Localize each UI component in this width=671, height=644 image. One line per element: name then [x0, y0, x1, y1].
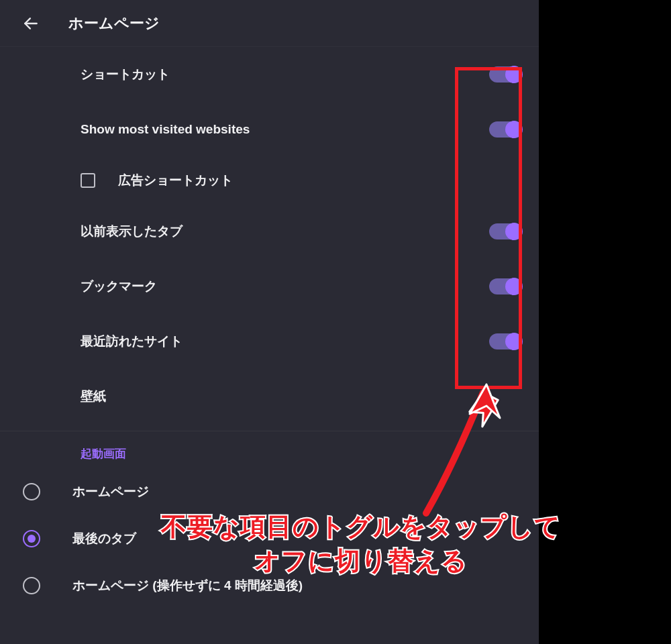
startup-option-last-tab[interactable]: 最後のタブ — [0, 515, 539, 562]
most-visited-toggle[interactable] — [489, 121, 521, 138]
settings-list: ショートカット Show most visited websites 広告ショー… — [0, 47, 539, 609]
bookmarks-toggle[interactable] — [489, 278, 521, 294]
homepage-4h-radio-label: ホームページ (操作せずに 4 時間経過後) — [72, 577, 303, 594]
recent-sites-row[interactable]: 最近訪れたサイト — [0, 314, 539, 369]
wallpaper-row[interactable]: 壁紙 — [0, 369, 539, 424]
shortcuts-toggle[interactable] — [489, 66, 521, 83]
previous-tabs-toggle[interactable] — [489, 223, 521, 239]
back-arrow-icon[interactable] — [21, 14, 40, 33]
previous-tabs-label: 以前表示したタブ — [81, 223, 183, 240]
ad-shortcut-row[interactable]: 広告ショートカット — [0, 157, 539, 204]
shortcuts-label: ショートカット — [81, 66, 170, 83]
startup-option-homepage[interactable]: ホームページ — [0, 468, 539, 515]
startup-option-homepage-4h[interactable]: ホームページ (操作せずに 4 時間経過後) — [0, 562, 539, 609]
ad-shortcut-label: 広告ショートカット — [118, 172, 233, 189]
startup-section-header: 起動画面 — [0, 431, 539, 468]
bookmarks-label: ブックマーク — [81, 278, 157, 295]
previous-tabs-row[interactable]: 以前表示したタブ — [0, 204, 539, 259]
last-tab-radio[interactable] — [23, 530, 40, 547]
settings-panel: ホームページ ショートカット Show most visited website… — [0, 0, 539, 644]
homepage-radio[interactable] — [23, 483, 40, 500]
recent-sites-label: 最近訪れたサイト — [81, 333, 183, 350]
ad-shortcut-checkbox[interactable] — [81, 173, 95, 188]
wallpaper-label: 壁紙 — [81, 388, 106, 405]
bookmarks-row[interactable]: ブックマーク — [0, 259, 539, 314]
most-visited-row[interactable]: Show most visited websites — [0, 102, 539, 157]
homepage-4h-radio[interactable] — [23, 577, 40, 594]
most-visited-label: Show most visited websites — [81, 122, 250, 137]
page-title: ホームページ — [68, 13, 160, 34]
header: ホームページ — [0, 0, 539, 47]
last-tab-radio-label: 最後のタブ — [72, 530, 136, 547]
shortcuts-row[interactable]: ショートカット — [0, 47, 539, 102]
recent-sites-toggle[interactable] — [489, 333, 521, 350]
homepage-radio-label: ホームページ — [72, 483, 149, 500]
